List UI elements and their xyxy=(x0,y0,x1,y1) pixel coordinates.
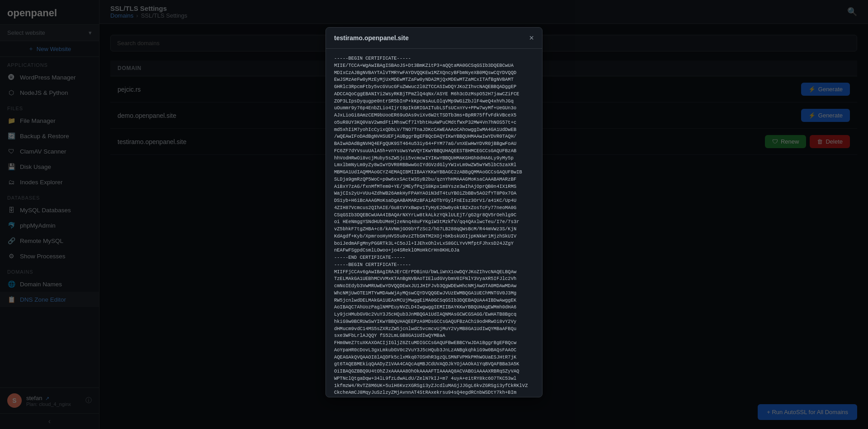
certificate-modal: testiramo.openpanel.site × -----BEGIN CE… xyxy=(326,27,542,397)
certificate-text: -----BEGIN CERTIFICATE----- MIIE/TCCA+Wg… xyxy=(334,55,534,397)
modal-title: testiramo.openpanel.site xyxy=(334,34,409,42)
modal-body: -----BEGIN CERTIFICATE----- MIIE/TCCA+Wg… xyxy=(326,49,542,397)
modal-close-button[interactable]: × xyxy=(529,34,534,42)
modal-overlay: testiramo.openpanel.site × -----BEGIN CE… xyxy=(0,0,868,429)
modal-header: testiramo.openpanel.site × xyxy=(326,28,542,49)
